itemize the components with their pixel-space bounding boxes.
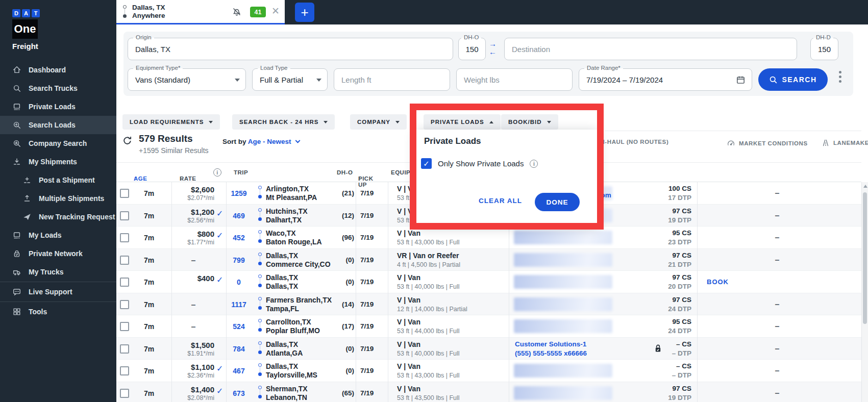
sidebar-item-company-search[interactable]: Company Search (0, 134, 116, 153)
trip-miles-link[interactable]: 469 (226, 212, 252, 220)
clear-all-button[interactable]: CLEAR ALL (479, 197, 522, 205)
close-tab-icon[interactable]: ✕ (271, 6, 280, 16)
row-checkbox[interactable] (120, 366, 129, 375)
view-tool-tri-haul-no-routes-[interactable]: TRI-HAUL (NO ROUTES) (594, 139, 668, 145)
trip-miles-link[interactable]: 0 (226, 278, 252, 286)
calendar-icon[interactable] (736, 75, 746, 85)
sort-value[interactable]: Age - Newest (248, 138, 291, 145)
row-checkbox[interactable] (120, 189, 129, 198)
destination-field[interactable] (504, 38, 797, 60)
row-checkbox[interactable] (120, 300, 129, 309)
filter-chip-private-loads[interactable]: PRIVATE LOADS (424, 114, 501, 130)
equipment-details: 12 ft | 14,000 lbs | Partial (397, 305, 467, 314)
row-checkbox[interactable] (120, 256, 129, 265)
weight-input[interactable] (457, 69, 572, 90)
col-trip[interactable]: TRIP (234, 169, 248, 175)
load-row[interactable]: 7m$1,400$2.08*/mi✓673Sherman,TXLebanon,T… (116, 382, 861, 402)
row-checkbox[interactable] (120, 344, 129, 354)
tab-origin: Dallas, TX (132, 4, 165, 12)
trip-miles-link[interactable]: 524 (226, 322, 252, 331)
action-dash: – (749, 189, 805, 198)
sidebar-item-tools[interactable]: Tools (0, 303, 116, 321)
scrollbar-thumb[interactable] (863, 192, 867, 324)
notifications-muted-icon[interactable] (232, 7, 242, 17)
company-link-tail[interactable]: com (597, 191, 611, 199)
chevron-down-icon (209, 121, 213, 123)
load-row[interactable]: 7m$1,500$1.91*/mi784Dallas,TXAtlanta,GA(… (116, 338, 861, 360)
company-contact-link[interactable]: Customer Solutions-1(555) 555-5555 x6666… (515, 340, 587, 358)
view-tool-label: MARKET CONDITIONS (739, 140, 808, 146)
trip-miles-link[interactable]: 467 (226, 367, 252, 375)
col-dho[interactable]: DH-O (337, 169, 353, 175)
sidebar-item-search-loads[interactable]: Search Loads (0, 116, 116, 134)
new-search-tab-button[interactable]: + (295, 3, 314, 22)
row-checkbox[interactable] (120, 211, 129, 220)
trip-miles-link[interactable]: 1259 (226, 189, 252, 197)
sidebar-item-multiple-shipments[interactable]: Multiple Shipments (0, 189, 116, 208)
book-button[interactable]: BOOK (707, 278, 729, 286)
load-row[interactable]: 7m$800$1.77*/mi✓452Waco,TXBaton Rouge,LA… (116, 227, 861, 249)
refresh-results-icon[interactable] (122, 135, 133, 146)
vertical-scrollbar[interactable] (861, 182, 868, 402)
dhd-field[interactable]: DH-D (810, 38, 838, 60)
only-show-private-loads-checkbox[interactable]: ✓ (421, 158, 432, 169)
sidebar-item-new-tracking-request[interactable]: New Tracking Request (0, 208, 116, 226)
done-button[interactable]: DONE (535, 193, 580, 211)
info-icon[interactable]: i (530, 160, 538, 168)
filter-chip-search-back-24-hrs[interactable]: SEARCH BACK - 24 HRS (232, 114, 335, 130)
route-icon (258, 274, 262, 287)
view-tool-lanemakers[interactable]: LANEMAKERS (822, 139, 868, 147)
equipment-details: 53 ft | 43,000 lbs | Full (397, 238, 460, 247)
dho-input[interactable] (459, 38, 485, 60)
sidebar-item-private-network[interactable]: Private Network (0, 244, 116, 263)
origin-field[interactable]: Origin (128, 38, 453, 60)
search-tab-dallas-anywhere[interactable]: Dallas, TX Anywhere 41 ✕ (116, 0, 285, 24)
swap-origin-destination-icon[interactable]: →← (489, 40, 497, 56)
load-row[interactable]: 7m$400✓0Dallas,TXDallas,TX(0)7/19V | Van… (116, 271, 861, 293)
sidebar-item-my-shipments[interactable]: My Shipments (0, 153, 116, 171)
row-checkbox[interactable] (120, 278, 129, 287)
results-count: 579 Results (139, 133, 193, 144)
trip-miles-link[interactable]: 799 (226, 256, 252, 264)
trip-miles-link[interactable]: 784 (226, 345, 252, 353)
trip-miles-link[interactable]: 452 (226, 234, 252, 242)
filter-chip-company[interactable]: COMPANY (350, 114, 407, 130)
load-row[interactable]: 7m–1117Farmers Branch,TXTampa,FL(14)7/19… (116, 293, 861, 316)
sort-control[interactable]: Sort by Age - Newest (222, 138, 300, 145)
origin-input[interactable] (128, 38, 453, 60)
dhd-input[interactable] (811, 38, 838, 60)
trip-miles-link[interactable]: 1117 (226, 300, 252, 309)
row-checkbox[interactable] (120, 322, 129, 331)
trip-miles-link[interactable]: 673 (226, 389, 252, 397)
sidebar-item-private-loads[interactable]: Private Loads (0, 97, 116, 116)
view-tool-market-conditions[interactable]: MARKET CONDITIONS (727, 139, 808, 147)
length-field[interactable] (334, 68, 450, 91)
dho-field[interactable]: DH-O (458, 38, 486, 60)
sidebar-item-my-trucks[interactable]: My Trucks (0, 263, 116, 281)
rate-per-mile: $1.91*/mi (172, 350, 214, 357)
load-row[interactable]: 7m–799Dallas,TXCommerce City,CO(0)7/19VR… (116, 249, 861, 271)
date-range-field[interactable]: Date Range* 7/19/2024 – 7/19/2024 (579, 68, 752, 91)
weight-field[interactable] (456, 68, 573, 91)
rate-info-icon[interactable]: i (213, 168, 221, 177)
sidebar-item-dashboard[interactable]: Dashboard (0, 61, 116, 79)
scroll-up-arrow[interactable] (863, 185, 867, 188)
equipment-type-field[interactable]: Equipment Type* Vans (Standard) (128, 68, 246, 91)
load-type-field[interactable]: Load Type Full & Partial (252, 68, 328, 91)
row-checkbox[interactable] (120, 233, 129, 242)
load-row[interactable]: 7m–524Carrollton,TXPoplar Bluff,MO(17)7/… (116, 315, 861, 338)
more-options-kebab-icon[interactable] (839, 71, 841, 85)
search-button[interactable]: SEARCH (758, 68, 828, 91)
length-input[interactable] (334, 69, 450, 90)
route-icon (258, 386, 262, 398)
load-row[interactable]: 7m$1,100$2.36*/mi✓467Dallas,TXTaylorsvil… (116, 360, 861, 382)
sidebar-item-my-loads[interactable]: My Loads (0, 226, 116, 244)
rate-amount: $2,600 (172, 185, 214, 194)
sidebar-item-live-support[interactable]: Live Support (0, 283, 116, 301)
sidebar-item-search-trucks[interactable]: Search Trucks (0, 79, 116, 97)
row-checkbox[interactable] (120, 389, 129, 398)
sidebar-item-post-a-shipment[interactable]: Post a Shipment (0, 171, 116, 189)
destination-input[interactable] (505, 38, 797, 60)
filter-chip-load-requirements[interactable]: LOAD REQUIREMENTS (122, 114, 220, 130)
filter-chip-book-bid[interactable]: BOOK/BID (501, 114, 558, 130)
